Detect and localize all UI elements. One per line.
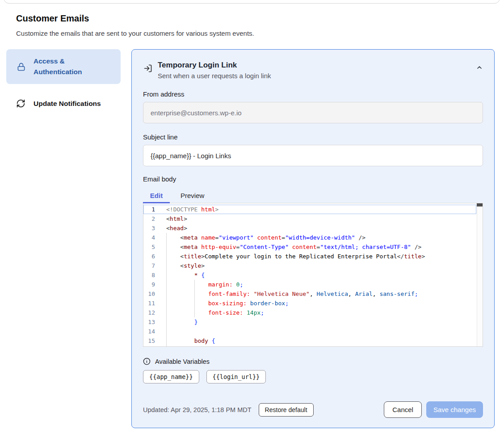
code-line[interactable]: 5 <meta http-equiv="Content-Type" conten… bbox=[143, 242, 476, 252]
sidebar-item-label: Update Notifications bbox=[34, 100, 101, 108]
indent-guide bbox=[166, 233, 167, 346]
code-line[interactable]: 1<!DOCTYPE html> bbox=[143, 205, 476, 214]
variable-chip-login-url[interactable]: {{login_url}} bbox=[206, 370, 266, 383]
page-subtitle: Customize the emails that are sent to yo… bbox=[16, 29, 254, 37]
line-number: 9 bbox=[143, 280, 161, 289]
collapse-button[interactable] bbox=[476, 64, 483, 72]
code-text: font-size: 14px; bbox=[161, 308, 264, 317]
code-line[interactable]: 15 body { bbox=[143, 336, 476, 345]
subject-line-label: Subject line bbox=[143, 133, 483, 141]
code-text: <title>Complete your login to the Replic… bbox=[161, 252, 425, 261]
editor-scrollbar[interactable] bbox=[477, 203, 483, 346]
line-number: 11 bbox=[143, 299, 161, 308]
available-variables-label: Available Variables bbox=[155, 358, 210, 365]
sidebar-item-label: Access & Authentication bbox=[34, 56, 113, 77]
code-line[interactable]: 10 font-family: "Helvetica Neue", Helvet… bbox=[143, 289, 476, 299]
line-number: 2 bbox=[143, 214, 161, 223]
line-number: 10 bbox=[143, 289, 161, 299]
log-in-icon bbox=[143, 64, 152, 73]
refresh-icon bbox=[16, 99, 25, 108]
code-line[interactable]: 13 } bbox=[143, 317, 476, 327]
variable-chip-app-name[interactable]: {{app_name}} bbox=[143, 370, 199, 383]
from-address-input[interactable] bbox=[143, 102, 483, 123]
code-text: margin: 0; bbox=[161, 280, 243, 289]
code-text bbox=[161, 327, 166, 336]
chevron-up-icon bbox=[476, 64, 483, 72]
code-line[interactable]: 6 <title>Complete your login to the Repl… bbox=[143, 252, 476, 261]
tab-edit[interactable]: Edit bbox=[143, 192, 170, 199]
code-line[interactable]: 3<head> bbox=[143, 223, 476, 233]
code-line[interactable]: 4 <meta name="viewport" content="width=d… bbox=[143, 233, 476, 242]
code-text: * { bbox=[161, 270, 205, 280]
code-text: } bbox=[161, 317, 197, 327]
line-number: 4 bbox=[143, 233, 161, 242]
subject-line-input[interactable] bbox=[143, 145, 483, 166]
code-line[interactable]: 11 box-sizing: border-box; bbox=[143, 299, 476, 308]
sidebar-item-access-authentication[interactable]: Access & Authentication bbox=[6, 49, 121, 84]
code-line[interactable]: 8 * { bbox=[143, 270, 476, 280]
line-number: 6 bbox=[143, 252, 161, 261]
code-text: font-family: "Helvetica Neue", Helvetica… bbox=[161, 289, 418, 299]
info-icon bbox=[143, 358, 151, 365]
code-text: <meta name="viewport" content="width=dev… bbox=[161, 233, 365, 242]
lock-icon bbox=[17, 62, 25, 72]
code-line[interactable]: 14 bbox=[143, 327, 476, 336]
from-address-label: From address bbox=[143, 90, 483, 98]
tab-preview[interactable]: Preview bbox=[170, 192, 215, 199]
cancel-button[interactable]: Cancel bbox=[384, 401, 422, 418]
code-line[interactable]: 2<html> bbox=[143, 214, 476, 223]
editor-scrollbar-thumb[interactable] bbox=[477, 203, 483, 206]
previous-card-bottom-edge bbox=[4, 0, 500, 4]
temporary-login-link-panel: Temporary Login Link Sent when a user re… bbox=[131, 49, 495, 428]
restore-default-button[interactable]: Restore default bbox=[259, 403, 314, 417]
code-line[interactable]: 12 font-size: 14px; bbox=[143, 308, 476, 317]
code-line[interactable]: 7 <style> bbox=[143, 261, 476, 270]
line-number: 15 bbox=[143, 336, 161, 345]
panel-footer: Updated: Apr 29, 2025, 1:18 PM MDT Resto… bbox=[143, 401, 483, 418]
line-number: 16 bbox=[143, 345, 161, 347]
active-tab-indicator bbox=[143, 202, 170, 203]
editor-tabs: Edit Preview bbox=[143, 189, 483, 202]
available-variables-row: Available Variables bbox=[143, 358, 483, 365]
panel-header: Temporary Login Link Sent when a user re… bbox=[143, 60, 483, 80]
line-number: 8 bbox=[143, 270, 161, 280]
code-text: <html> bbox=[161, 214, 187, 223]
page-title: Customer Emails bbox=[16, 13, 89, 24]
indent-guide bbox=[194, 280, 195, 317]
save-changes-button[interactable]: Save changes bbox=[426, 401, 483, 418]
panel-title: Temporary Login Link bbox=[158, 60, 271, 70]
code-text: <!DOCTYPE html> bbox=[161, 205, 218, 214]
sidebar-item-update-notifications[interactable]: Update Notifications bbox=[6, 95, 121, 112]
code-lines: 1<!DOCTYPE html>2<html>3<head>4 <meta na… bbox=[143, 205, 476, 347]
line-number: 3 bbox=[143, 223, 161, 233]
code-text: <head> bbox=[161, 223, 187, 233]
email-body-code-editor[interactable]: 1<!DOCTYPE html>2<html>3<head>4 <meta na… bbox=[143, 203, 483, 347]
email-body-label: Email body bbox=[143, 175, 483, 183]
email-types-sidebar: Access & Authentication Update Notificat… bbox=[6, 49, 121, 112]
line-number: 13 bbox=[143, 317, 161, 327]
variable-chips: {{app_name}} {{login_url}} bbox=[143, 370, 483, 383]
panel-subtitle: Sent when a user requests a login link bbox=[158, 72, 271, 80]
code-text: body { bbox=[161, 336, 215, 345]
code-text: background-color: #f6f6f6; bbox=[161, 345, 299, 347]
code-text: box-sizing: border-box; bbox=[161, 299, 289, 308]
line-number: 12 bbox=[143, 308, 161, 317]
line-number: 7 bbox=[143, 261, 161, 270]
code-text: <meta http-equiv="Content-Type" content=… bbox=[161, 242, 421, 252]
code-text: <style> bbox=[161, 261, 205, 270]
line-number: 14 bbox=[143, 327, 161, 336]
line-number: 1 bbox=[143, 205, 161, 214]
code-line[interactable]: 16 background-color: #f6f6f6; bbox=[143, 345, 476, 347]
updated-timestamp: Updated: Apr 29, 2025, 1:18 PM MDT bbox=[143, 406, 252, 413]
code-line[interactable]: 9 margin: 0; bbox=[143, 280, 476, 289]
line-number: 5 bbox=[143, 242, 161, 252]
